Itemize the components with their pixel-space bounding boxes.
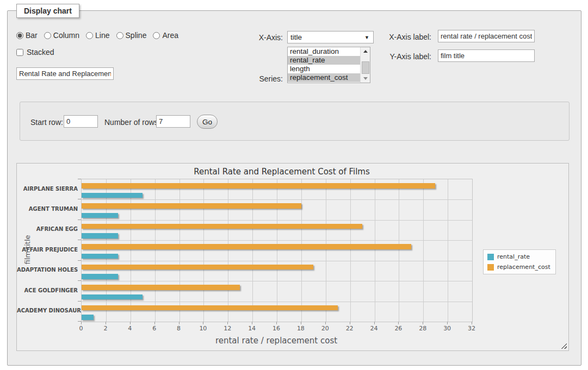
legend-swatch-icon [487, 264, 494, 271]
y-axis-tick [78, 179, 81, 179]
gridline [82, 261, 472, 261]
x-tick-label: 16 [268, 325, 284, 332]
bar-replacement_cost[interactable] [82, 244, 411, 249]
series-listbox[interactable]: rental_durationrental_ratelengthreplacem… [287, 47, 370, 83]
x-tick-label: 6 [146, 325, 163, 332]
x-tick-label: 8 [171, 325, 187, 332]
bar-rental_rate[interactable] [82, 315, 94, 320]
gridline [375, 179, 375, 322]
radio-label: Area [162, 31, 178, 40]
chart-type-option-area[interactable]: Area [153, 31, 178, 40]
category-label: AIRPLANE SIERRA [17, 186, 78, 192]
x-tick-label: 0 [73, 325, 89, 332]
radio-label: Spline [126, 31, 147, 40]
chart-legend: rental_ratereplacement_cost [483, 249, 556, 274]
x-axis-tick [276, 322, 277, 324]
start-row-label: Start row: [30, 118, 63, 127]
x-tick-label: 22 [342, 325, 358, 332]
y-axis-tick [78, 260, 81, 261]
chart-type-option-column[interactable]: Column [44, 31, 79, 40]
radio-line[interactable] [86, 32, 93, 39]
x-axis-tick [423, 322, 423, 324]
x-axis-tick [472, 322, 472, 324]
bar-replacement_cost[interactable] [82, 183, 435, 189]
y-axis-tick [78, 301, 81, 302]
x-tick-label: 30 [439, 325, 455, 332]
y-axis-tick [78, 240, 81, 240]
gridline [155, 179, 156, 322]
series-select-label: Series: [228, 74, 283, 83]
scrollbar-thumb[interactable] [362, 61, 369, 74]
listbox-scrollbar[interactable] [360, 47, 370, 83]
bar-rental_rate[interactable] [82, 233, 118, 239]
legend-label: replacement_cost [497, 264, 550, 271]
x-axis-label-label: X-Axis label: [377, 33, 431, 41]
y-axis-tick [78, 280, 81, 281]
chart-type-option-bar[interactable]: Bar [16, 31, 38, 40]
x-tick-label: 32 [463, 325, 480, 332]
x-axis-tick [350, 322, 350, 324]
bar-replacement_cost[interactable] [82, 265, 313, 270]
x-axis-select[interactable]: title ▼ [287, 31, 374, 43]
bar-rental_rate[interactable] [82, 213, 118, 218]
scroll-up-icon[interactable] [361, 47, 370, 55]
x-axis-tick [203, 322, 203, 324]
go-button[interactable]: Go [197, 115, 218, 129]
gridline [399, 179, 399, 322]
bar-replacement_cost[interactable] [82, 285, 240, 290]
chart-title-input[interactable] [16, 67, 114, 80]
legend-item-replacement_cost[interactable]: replacement_cost [487, 264, 550, 271]
bar-replacement_cost[interactable] [82, 305, 338, 311]
gridline [82, 302, 472, 302]
bar-rental_rate[interactable] [82, 274, 118, 279]
radio-area[interactable] [153, 32, 160, 39]
y-axis-label-label: Y-Axis label: [377, 52, 431, 61]
x-axis-label-input[interactable] [438, 30, 535, 42]
gridline [228, 179, 228, 322]
chart-type-option-line[interactable]: Line [86, 31, 109, 40]
x-axis-tick [106, 322, 106, 324]
x-tick-label: 14 [244, 325, 260, 332]
resize-grip-icon[interactable] [561, 343, 567, 349]
y-axis-tick [78, 220, 81, 220]
num-rows-input[interactable] [156, 115, 190, 128]
page: Display chart BarColumnLineSplineArea St… [0, 0, 588, 370]
chevron-down-icon: ▼ [364, 35, 369, 40]
chart-type-option-spline[interactable]: Spline [116, 31, 147, 40]
series-option-replacement_cost[interactable]: replacement_cost [288, 73, 370, 82]
stacked-checkbox[interactable] [16, 49, 23, 56]
x-axis-tick [374, 322, 375, 324]
gridline [82, 199, 472, 200]
gridline [277, 179, 277, 322]
category-label: ACADEMY DINOSAUR [17, 308, 78, 313]
panel-title: Display chart [16, 4, 79, 18]
gridline [180, 179, 180, 322]
rows-controls-box [20, 102, 570, 141]
bar-rental_rate[interactable] [82, 294, 143, 300]
gridline [252, 179, 253, 322]
bar-replacement_cost[interactable] [82, 203, 301, 209]
x-axis-tick [130, 322, 131, 324]
gridline [106, 179, 107, 322]
start-row-input[interactable] [64, 115, 98, 128]
series-option-rental_rate[interactable]: rental_rate [288, 56, 370, 65]
x-axis-select-label: X-Axis: [228, 33, 283, 42]
gridline [82, 220, 472, 221]
y-axis-label-input[interactable] [438, 49, 535, 62]
series-option-rental_duration[interactable]: rental_duration [288, 47, 370, 56]
x-axis-tick [301, 322, 301, 324]
legend-item-rental_rate[interactable]: rental_rate [487, 253, 550, 260]
x-axis-tick [81, 322, 82, 324]
series-option-length[interactable]: length [288, 65, 370, 73]
x-axis-tick [154, 322, 155, 324]
stacked-checkbox-row: Stacked [16, 48, 54, 57]
chart-plot-area [81, 179, 473, 322]
radio-spline[interactable] [116, 32, 123, 39]
gridline [326, 179, 326, 322]
radio-column[interactable] [44, 32, 51, 39]
bar-replacement_cost[interactable] [82, 224, 362, 229]
radio-bar[interactable] [16, 32, 23, 39]
bar-rental_rate[interactable] [82, 193, 143, 198]
scroll-down-icon[interactable] [361, 74, 370, 83]
bar-rental_rate[interactable] [82, 254, 118, 259]
